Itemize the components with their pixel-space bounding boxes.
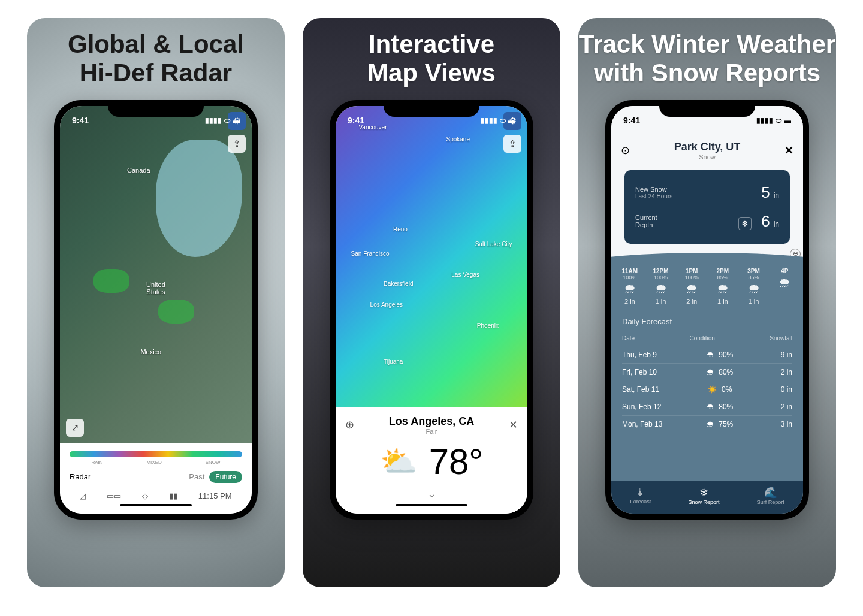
hourly-forecast[interactable]: 11AM100%🌨2 in12PM100%🌨1 in1PM100%🌨2 in2P…	[611, 262, 803, 311]
map-label: Tijuana	[384, 358, 403, 365]
tab-snow-report[interactable]: ❄Snow Report	[688, 486, 719, 505]
daily-row: Thu, Feb 9🌨90%9 in	[622, 346, 792, 364]
location-title: Park City, UT Snow	[630, 141, 784, 161]
add-location-button[interactable]: ⊕	[345, 418, 360, 431]
snow-report-screen: ⊙ Park City, UT Snow ✕ New SnowLast 24 H…	[611, 130, 803, 514]
hourly-item: 4P🌨	[771, 268, 798, 305]
status-time: 9:41	[348, 116, 364, 125]
phone-notch	[659, 100, 755, 117]
chevron-down-icon[interactable]: ⌄	[345, 487, 518, 500]
tab-forecast[interactable]: 🌡Forecast	[630, 486, 651, 505]
map-label: Phoenix	[477, 322, 499, 329]
screenshot-snow: Track Winter Weatherwith Snow Reports 9:…	[578, 18, 836, 587]
tab-surf-report[interactable]: 🌊Surf Report	[757, 486, 784, 505]
radar-spectrum	[70, 451, 242, 457]
daily-header-row: Date Condition Snowfall	[622, 331, 792, 346]
map-expand-button[interactable]: ⤢	[66, 419, 84, 437]
signal-icon: ▮▮▮▮	[205, 116, 222, 125]
status-time: 9:41	[623, 116, 640, 125]
snow-summary-card: New SnowLast 24 Hours 5in Current Depth …	[624, 170, 790, 244]
daily-row: Sun, Feb 12🌨80%2 in	[622, 398, 792, 416]
hourly-item: 3PM85%🌨1 in	[740, 268, 768, 305]
location-panel: ⊕ Los Angeles, CA Fair ✕ ⛅ 78° ⌄	[336, 407, 527, 514]
phone-notch	[108, 100, 204, 117]
daily-row: Mon, Feb 13🌨75%3 in	[622, 416, 792, 433]
radar-overlay	[79, 224, 223, 375]
screenshot-title: Track Winter Weatherwith Snow Reports	[579, 30, 835, 88]
temperature-value: 78°	[429, 441, 484, 482]
interactive-map[interactable]: Vancouver Spokane Reno San Francisco Sal…	[336, 106, 527, 407]
hourly-item: 1PM100%🌨2 in	[678, 268, 705, 305]
time-label: 11:15 PM	[198, 491, 232, 500]
radar-future-toggle[interactable]: Future	[209, 471, 242, 483]
wave-icon: 🌊	[757, 486, 784, 499]
radar-timeline-row: Radar Past Future	[70, 471, 242, 483]
battery-icon: ▬	[233, 116, 240, 125]
map-label: Los Angeles	[370, 301, 403, 308]
depth-value: ❄6in	[738, 212, 779, 231]
close-button[interactable]: ✕	[503, 418, 518, 431]
daily-row: Fri, Feb 10🌨80%2 in	[622, 364, 792, 381]
condition-icon: 🌨	[707, 368, 714, 376]
map-label: Las Vegas	[451, 271, 479, 278]
phone-frame: 9:41 ▮▮▮▮⬭▬ Vancouver Spokane Reno San F…	[330, 100, 533, 520]
screenshot-title: InteractiveMap Views	[367, 30, 496, 88]
weather-icon: ⛅	[380, 444, 417, 479]
pause-button[interactable]: ▮▮	[169, 491, 177, 500]
status-icons: ▮▮▮▮⬭▬	[756, 116, 791, 125]
daily-title: Daily Forecast	[622, 317, 792, 326]
status-time: 9:41	[72, 116, 89, 125]
daily-row: Sat, Feb 11☀️0%0 in	[622, 381, 792, 398]
map-label: Reno	[393, 226, 408, 232]
phone-frame: 9:41 ▮▮▮▮⬭▬ ⊙ Park City, UT Snow ✕	[605, 100, 809, 520]
map-label: Spokane	[446, 136, 470, 143]
new-snow-label: New SnowLast 24 Hours	[635, 186, 672, 200]
view-button[interactable]: ◇	[142, 491, 148, 500]
expand-button[interactable]: ⊖	[790, 249, 801, 259]
condition-icon: 🌨	[707, 403, 714, 411]
screenshot-mapviews: InteractiveMap Views 9:41 ▮▮▮▮⬭▬ Vancouv…	[303, 18, 560, 587]
condition-icon: 🌨	[707, 420, 714, 428]
depth-label: Current Depth	[635, 214, 657, 228]
hourly-item: 12PM100%🌨1 in	[647, 268, 675, 305]
radar-label: Radar	[70, 472, 90, 481]
map-label: Bakersfield	[384, 280, 413, 287]
location-title: Los Angeles, CA Fair	[360, 415, 503, 435]
layers-button[interactable]: ▭▭	[107, 491, 121, 500]
radar-bottom-panel: RAINMIXEDSNOW Radar Past Future ◿ ▭▭ ◇ ▮…	[60, 443, 252, 514]
locate-button[interactable]: ◿	[80, 491, 86, 500]
home-indicator[interactable]	[396, 504, 467, 506]
radar-past-toggle[interactable]: Past	[189, 472, 204, 481]
snowflake-icon: ❄	[738, 217, 752, 230]
bottom-tabbar: 🌡Forecast ❄Snow Report 🌊Surf Report	[611, 481, 803, 514]
new-snow-value: 5in	[761, 183, 779, 202]
locate-button[interactable]: ⊙	[621, 144, 630, 157]
hourly-item: 11AM100%🌨2 in	[616, 268, 644, 305]
daily-forecast-section: Daily Forecast Date Condition Snowfall T…	[611, 311, 803, 481]
spectrum-labels: RAINMIXEDSNOW	[70, 460, 242, 465]
screenshot-title: Global & LocalHi-Def Radar	[68, 30, 244, 88]
radar-map[interactable]: Canada United States Mexico ⚙ ⇪ ⤢	[60, 106, 252, 443]
bottom-toolbar: ◿ ▭▭ ◇ ▮▮ 11:15 PM	[70, 491, 242, 500]
screenshot-radar: Global & LocalHi-Def Radar 9:41 ▮▮▮▮⬭▬ C…	[27, 18, 285, 587]
snowflake-icon: ❄	[688, 486, 719, 499]
phone-notch	[384, 100, 479, 117]
phone-frame: 9:41 ▮▮▮▮⬭▬ Canada United States Mexico …	[54, 100, 258, 520]
map-label: San Francisco	[351, 250, 390, 257]
condition-icon: ☀️	[708, 385, 717, 394]
condition-icon: 🌨	[707, 351, 714, 359]
close-button[interactable]: ✕	[784, 144, 793, 157]
hourly-item: 2PM85%🌨1 in	[709, 268, 737, 305]
home-indicator[interactable]	[120, 504, 192, 506]
map-label-canada: Canada	[127, 167, 150, 174]
map-share-button[interactable]: ⇪	[228, 135, 246, 153]
map-label: Salt Lake City	[475, 241, 512, 247]
status-icons: ▮▮▮▮⬭▬	[481, 116, 515, 125]
status-icons: ▮▮▮▮⬭▬	[205, 116, 240, 125]
divider-wave: ⊖	[617, 244, 797, 262]
map-share-button[interactable]: ⇪	[503, 135, 521, 153]
wifi-icon: ⬭	[224, 116, 230, 125]
thermometer-icon: 🌡	[630, 486, 651, 499]
